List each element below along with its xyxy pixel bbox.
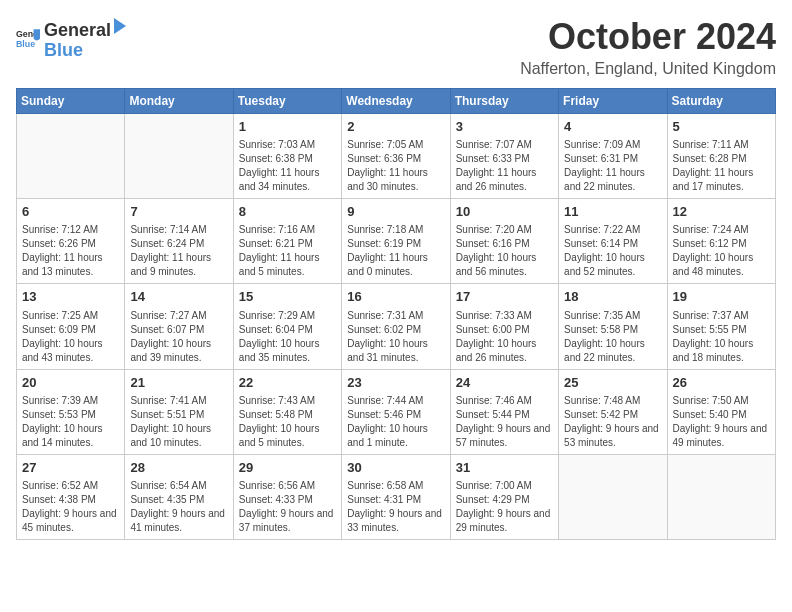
calendar-day-header: Thursday [450, 89, 558, 114]
calendar-week-row: 27Sunrise: 6:52 AM Sunset: 4:38 PM Dayli… [17, 454, 776, 539]
day-detail: Sunrise: 7:25 AM Sunset: 6:09 PM Dayligh… [22, 309, 119, 365]
day-detail: Sunrise: 7:50 AM Sunset: 5:40 PM Dayligh… [673, 394, 770, 450]
calendar-day-header: Saturday [667, 89, 775, 114]
day-number: 24 [456, 374, 553, 392]
calendar-body: 1Sunrise: 7:03 AM Sunset: 6:38 PM Daylig… [17, 114, 776, 540]
day-detail: Sunrise: 7:37 AM Sunset: 5:55 PM Dayligh… [673, 309, 770, 365]
day-number: 21 [130, 374, 227, 392]
calendar-cell: 30Sunrise: 6:58 AM Sunset: 4:31 PM Dayli… [342, 454, 450, 539]
calendar-cell: 4Sunrise: 7:09 AM Sunset: 6:31 PM Daylig… [559, 114, 667, 199]
day-detail: Sunrise: 7:39 AM Sunset: 5:53 PM Dayligh… [22, 394, 119, 450]
day-number: 20 [22, 374, 119, 392]
day-detail: Sunrise: 7:27 AM Sunset: 6:07 PM Dayligh… [130, 309, 227, 365]
day-number: 27 [22, 459, 119, 477]
day-detail: Sunrise: 7:14 AM Sunset: 6:24 PM Dayligh… [130, 223, 227, 279]
day-number: 17 [456, 288, 553, 306]
calendar-cell: 17Sunrise: 7:33 AM Sunset: 6:00 PM Dayli… [450, 284, 558, 369]
calendar-cell: 26Sunrise: 7:50 AM Sunset: 5:40 PM Dayli… [667, 369, 775, 454]
calendar-cell: 13Sunrise: 7:25 AM Sunset: 6:09 PM Dayli… [17, 284, 125, 369]
day-detail: Sunrise: 7:44 AM Sunset: 5:46 PM Dayligh… [347, 394, 444, 450]
day-number: 22 [239, 374, 336, 392]
title-block: October 2024 Nafferton, England, United … [520, 16, 776, 78]
location-title: Nafferton, England, United Kingdom [520, 60, 776, 78]
day-detail: Sunrise: 7:22 AM Sunset: 6:14 PM Dayligh… [564, 223, 661, 279]
day-detail: Sunrise: 7:33 AM Sunset: 6:00 PM Dayligh… [456, 309, 553, 365]
day-detail: Sunrise: 7:11 AM Sunset: 6:28 PM Dayligh… [673, 138, 770, 194]
day-detail: Sunrise: 6:56 AM Sunset: 4:33 PM Dayligh… [239, 479, 336, 535]
day-detail: Sunrise: 7:48 AM Sunset: 5:42 PM Dayligh… [564, 394, 661, 450]
logo: General Blue General Blue [16, 16, 129, 61]
logo-text-blue: Blue [44, 40, 83, 60]
day-number: 15 [239, 288, 336, 306]
day-detail: Sunrise: 7:29 AM Sunset: 6:04 PM Dayligh… [239, 309, 336, 365]
day-number: 23 [347, 374, 444, 392]
day-detail: Sunrise: 7:41 AM Sunset: 5:51 PM Dayligh… [130, 394, 227, 450]
logo-text-general: General [44, 21, 111, 41]
day-number: 6 [22, 203, 119, 221]
calendar-day-header: Friday [559, 89, 667, 114]
day-number: 28 [130, 459, 227, 477]
calendar-cell: 12Sunrise: 7:24 AM Sunset: 6:12 PM Dayli… [667, 199, 775, 284]
calendar-cell [17, 114, 125, 199]
calendar-cell: 24Sunrise: 7:46 AM Sunset: 5:44 PM Dayli… [450, 369, 558, 454]
calendar-cell: 25Sunrise: 7:48 AM Sunset: 5:42 PM Dayli… [559, 369, 667, 454]
day-number: 29 [239, 459, 336, 477]
day-number: 26 [673, 374, 770, 392]
calendar-cell: 11Sunrise: 7:22 AM Sunset: 6:14 PM Dayli… [559, 199, 667, 284]
day-number: 3 [456, 118, 553, 136]
svg-marker-2 [114, 18, 126, 34]
day-number: 16 [347, 288, 444, 306]
day-number: 5 [673, 118, 770, 136]
calendar-cell [559, 454, 667, 539]
calendar-cell: 18Sunrise: 7:35 AM Sunset: 5:58 PM Dayli… [559, 284, 667, 369]
day-detail: Sunrise: 7:00 AM Sunset: 4:29 PM Dayligh… [456, 479, 553, 535]
day-detail: Sunrise: 7:20 AM Sunset: 6:16 PM Dayligh… [456, 223, 553, 279]
calendar-cell: 2Sunrise: 7:05 AM Sunset: 6:36 PM Daylig… [342, 114, 450, 199]
calendar-cell: 10Sunrise: 7:20 AM Sunset: 6:16 PM Dayli… [450, 199, 558, 284]
day-number: 4 [564, 118, 661, 136]
day-number: 9 [347, 203, 444, 221]
calendar-cell: 22Sunrise: 7:43 AM Sunset: 5:48 PM Dayli… [233, 369, 341, 454]
day-number: 11 [564, 203, 661, 221]
calendar-week-row: 1Sunrise: 7:03 AM Sunset: 6:38 PM Daylig… [17, 114, 776, 199]
day-number: 25 [564, 374, 661, 392]
calendar-cell [667, 454, 775, 539]
day-detail: Sunrise: 7:46 AM Sunset: 5:44 PM Dayligh… [456, 394, 553, 450]
day-detail: Sunrise: 6:58 AM Sunset: 4:31 PM Dayligh… [347, 479, 444, 535]
day-number: 1 [239, 118, 336, 136]
day-detail: Sunrise: 7:03 AM Sunset: 6:38 PM Dayligh… [239, 138, 336, 194]
day-number: 18 [564, 288, 661, 306]
day-number: 31 [456, 459, 553, 477]
calendar-cell: 29Sunrise: 6:56 AM Sunset: 4:33 PM Dayli… [233, 454, 341, 539]
calendar-cell: 28Sunrise: 6:54 AM Sunset: 4:35 PM Dayli… [125, 454, 233, 539]
day-detail: Sunrise: 7:24 AM Sunset: 6:12 PM Dayligh… [673, 223, 770, 279]
calendar-cell: 6Sunrise: 7:12 AM Sunset: 6:26 PM Daylig… [17, 199, 125, 284]
calendar-cell: 5Sunrise: 7:11 AM Sunset: 6:28 PM Daylig… [667, 114, 775, 199]
day-number: 14 [130, 288, 227, 306]
calendar-week-row: 13Sunrise: 7:25 AM Sunset: 6:09 PM Dayli… [17, 284, 776, 369]
calendar-cell: 1Sunrise: 7:03 AM Sunset: 6:38 PM Daylig… [233, 114, 341, 199]
calendar-cell: 16Sunrise: 7:31 AM Sunset: 6:02 PM Dayli… [342, 284, 450, 369]
calendar-day-header: Wednesday [342, 89, 450, 114]
day-detail: Sunrise: 6:54 AM Sunset: 4:35 PM Dayligh… [130, 479, 227, 535]
page-header: General Blue General Blue October 2024 N… [16, 16, 776, 78]
calendar-cell: 15Sunrise: 7:29 AM Sunset: 6:04 PM Dayli… [233, 284, 341, 369]
month-title: October 2024 [520, 16, 776, 58]
day-number: 12 [673, 203, 770, 221]
calendar-cell: 20Sunrise: 7:39 AM Sunset: 5:53 PM Dayli… [17, 369, 125, 454]
day-number: 10 [456, 203, 553, 221]
day-detail: Sunrise: 7:31 AM Sunset: 6:02 PM Dayligh… [347, 309, 444, 365]
calendar-week-row: 20Sunrise: 7:39 AM Sunset: 5:53 PM Dayli… [17, 369, 776, 454]
calendar-cell: 9Sunrise: 7:18 AM Sunset: 6:19 PM Daylig… [342, 199, 450, 284]
day-detail: Sunrise: 7:09 AM Sunset: 6:31 PM Dayligh… [564, 138, 661, 194]
day-number: 2 [347, 118, 444, 136]
svg-text:Blue: Blue [16, 39, 35, 49]
logo-arrow-icon [112, 16, 128, 36]
calendar-header-row: SundayMondayTuesdayWednesdayThursdayFrid… [17, 89, 776, 114]
calendar-cell: 19Sunrise: 7:37 AM Sunset: 5:55 PM Dayli… [667, 284, 775, 369]
day-detail: Sunrise: 7:35 AM Sunset: 5:58 PM Dayligh… [564, 309, 661, 365]
calendar-cell: 27Sunrise: 6:52 AM Sunset: 4:38 PM Dayli… [17, 454, 125, 539]
calendar-day-header: Monday [125, 89, 233, 114]
calendar-cell: 3Sunrise: 7:07 AM Sunset: 6:33 PM Daylig… [450, 114, 558, 199]
calendar-cell: 14Sunrise: 7:27 AM Sunset: 6:07 PM Dayli… [125, 284, 233, 369]
